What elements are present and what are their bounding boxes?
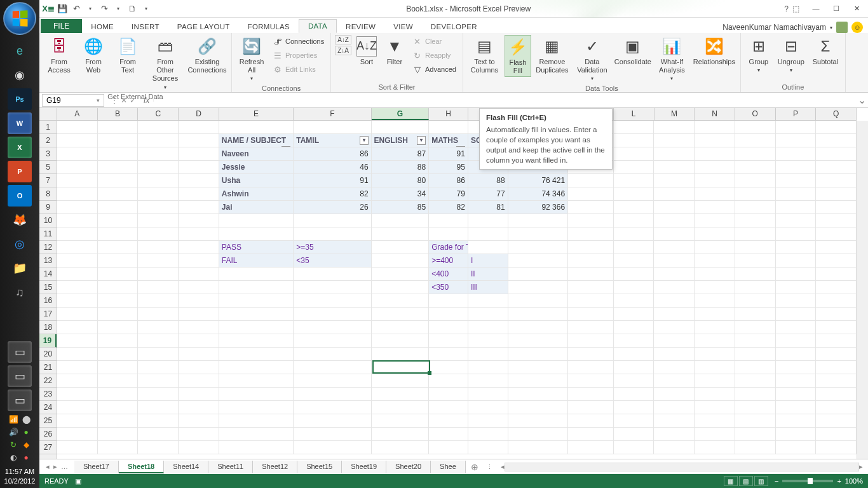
row-header[interactable]: 19 bbox=[39, 334, 57, 348]
flash-fill-button[interactable]: ⚡Flash Fill bbox=[505, 35, 531, 77]
tab-pagelayout[interactable]: PAGE LAYOUT bbox=[168, 20, 239, 33]
filter-dropdown-icon[interactable]: ▾ bbox=[417, 136, 426, 145]
column-header[interactable]: H bbox=[429, 108, 468, 120]
remove-duplicates-button[interactable]: ▦Remove Duplicates bbox=[534, 35, 571, 76]
tab-data[interactable]: DATA bbox=[299, 19, 337, 33]
qat-customize-icon[interactable]: ▾ bbox=[140, 3, 153, 15]
row-header[interactable]: 10 bbox=[39, 214, 57, 227]
ie-icon[interactable]: e bbox=[8, 40, 32, 62]
photoshop-icon[interactable]: Ps bbox=[8, 88, 32, 110]
reapply-button[interactable]: ↻Reapply bbox=[410, 49, 459, 62]
row-header[interactable]: 11 bbox=[39, 227, 57, 241]
sheet-tab[interactable]: Sheet19 bbox=[342, 461, 386, 473]
sheet-nav-more-icon[interactable]: … bbox=[61, 463, 68, 471]
dropdown-icon[interactable]: ▾ bbox=[112, 3, 125, 15]
row-header[interactable]: 20 bbox=[39, 348, 57, 361]
tray-icon[interactable]: ◆ bbox=[20, 439, 32, 451]
chrome-icon[interactable]: ◉ bbox=[8, 64, 32, 86]
undo-icon[interactable]: ↶ bbox=[70, 3, 83, 15]
view-pagebreak-icon[interactable]: ▥ bbox=[754, 476, 768, 486]
column-header[interactable]: Q bbox=[816, 108, 857, 120]
sheet-nav-last-icon[interactable]: ▸ bbox=[53, 463, 57, 471]
column-header[interactable]: F bbox=[294, 108, 371, 120]
vertical-scrollbar[interactable] bbox=[857, 121, 868, 459]
taskbar-clock[interactable]: 11:57 AM10/2/2012 bbox=[4, 464, 36, 488]
row-header[interactable]: 5 bbox=[39, 161, 57, 174]
help-icon[interactable]: ? bbox=[784, 4, 789, 13]
tray-icon[interactable]: ◐ bbox=[8, 452, 19, 463]
column-header[interactable]: B bbox=[98, 108, 139, 120]
text-to-columns-button[interactable]: ▤Text to Columns bbox=[467, 35, 502, 76]
column-header[interactable]: N bbox=[695, 108, 735, 120]
from-web-button[interactable]: 🌐From Web bbox=[78, 35, 109, 76]
column-header[interactable]: E bbox=[219, 108, 294, 120]
tray-icon[interactable]: ⬤ bbox=[20, 414, 32, 425]
horizontal-scrollbar[interactable] bbox=[505, 463, 859, 471]
relationships-button[interactable]: 🔀Relationships bbox=[692, 35, 736, 67]
folder-icon[interactable]: 📁 bbox=[8, 257, 32, 279]
from-access-button[interactable]: 🗄From Access bbox=[43, 35, 75, 76]
formula-bar[interactable] bbox=[153, 99, 855, 102]
row-header[interactable]: 21 bbox=[39, 361, 57, 374]
tab-insert[interactable]: INSERT bbox=[123, 20, 168, 33]
volume-icon[interactable]: 🔊 bbox=[8, 426, 19, 438]
sheet-nav-first-icon[interactable]: ◂ bbox=[46, 463, 50, 471]
column-header[interactable]: C bbox=[138, 108, 179, 120]
word-icon[interactable]: W bbox=[8, 112, 32, 134]
data-validation-button[interactable]: ✓Data Validation▾ bbox=[573, 35, 611, 83]
column-header[interactable]: D bbox=[179, 108, 219, 120]
running-app-icon[interactable]: ▭ bbox=[8, 365, 32, 387]
minimize-button[interactable]: — bbox=[807, 3, 825, 15]
filter-button[interactable]: ▼Filter bbox=[382, 35, 407, 67]
powerpoint-icon[interactable]: P bbox=[8, 161, 32, 182]
row-header[interactable]: 22 bbox=[39, 374, 57, 388]
sheet-tab[interactable]: Sheet15 bbox=[297, 461, 342, 473]
view-pagelayout-icon[interactable]: ▤ bbox=[739, 476, 753, 486]
refresh-all-button[interactable]: 🔄Refresh All▾ bbox=[236, 35, 268, 83]
app-icon[interactable]: ◎ bbox=[8, 233, 32, 255]
column-header[interactable]: L bbox=[614, 108, 654, 120]
column-header[interactable]: O bbox=[735, 108, 776, 120]
sheet-tab[interactable]: Shee bbox=[431, 461, 466, 473]
sheet-tab[interactable]: Sheet20 bbox=[386, 461, 431, 473]
sort-desc-button[interactable]: Z↓A bbox=[335, 46, 351, 55]
sheet-tab[interactable]: Sheet18 bbox=[119, 461, 164, 473]
edit-links-button[interactable]: ⚙Edit Links bbox=[270, 63, 327, 76]
tab-formulas[interactable]: FORMULAS bbox=[239, 20, 299, 33]
row-header[interactable]: 13 bbox=[39, 254, 57, 268]
save-icon[interactable]: 💾 bbox=[56, 3, 69, 15]
row-header[interactable]: 7 bbox=[39, 174, 57, 187]
new-icon[interactable]: 🗋 bbox=[126, 3, 139, 15]
subtotal-button[interactable]: ΣSubtotal bbox=[810, 35, 841, 67]
sheet-tab[interactable]: Sheet17 bbox=[74, 461, 119, 473]
filter-dropdown-icon[interactable]: ▾ bbox=[360, 136, 369, 145]
signal-icon[interactable]: 📶 bbox=[8, 414, 19, 425]
start-button[interactable] bbox=[3, 2, 36, 35]
tray-icon[interactable]: ● bbox=[20, 452, 32, 463]
clear-button[interactable]: ✕Clear bbox=[410, 35, 459, 48]
row-header[interactable]: 27 bbox=[39, 441, 57, 454]
from-text-button[interactable]: 📄From Text bbox=[112, 35, 144, 76]
itunes-icon[interactable]: ♫ bbox=[8, 281, 32, 303]
row-header[interactable]: 2 bbox=[39, 134, 57, 147]
sort-button[interactable]: A↓ZSort bbox=[354, 35, 379, 67]
tab-view[interactable]: VIEW bbox=[384, 20, 422, 33]
existing-connections-button[interactable]: 🔗Existing Connections bbox=[187, 35, 227, 76]
excel-icon[interactable]: X bbox=[8, 137, 32, 158]
redo-icon[interactable]: ↷ bbox=[98, 3, 111, 15]
view-normal-icon[interactable]: ▦ bbox=[724, 476, 738, 486]
outlook-icon[interactable]: O bbox=[8, 185, 32, 207]
column-header[interactable]: P bbox=[776, 108, 817, 120]
tray-icon[interactable]: ● bbox=[20, 426, 32, 438]
ribbon-options-icon[interactable]: ⬚ bbox=[792, 4, 799, 13]
add-sheet-button[interactable]: ⊕ bbox=[466, 462, 484, 472]
running-app-icon[interactable]: ▭ bbox=[8, 390, 32, 411]
advanced-button[interactable]: ▽Advanced bbox=[410, 63, 459, 76]
excel-app-icon[interactable]: X≣ bbox=[42, 3, 55, 15]
zoom-level[interactable]: 100% bbox=[845, 477, 863, 485]
what-if-button[interactable]: 📊What-If Analysis▾ bbox=[654, 35, 689, 83]
hscroll-right-icon[interactable]: ▸ bbox=[859, 463, 863, 471]
filter-dropdown-icon[interactable]: ▾ bbox=[456, 146, 465, 147]
column-header[interactable]: A bbox=[57, 108, 98, 120]
macro-record-icon[interactable]: ▣ bbox=[75, 477, 81, 485]
